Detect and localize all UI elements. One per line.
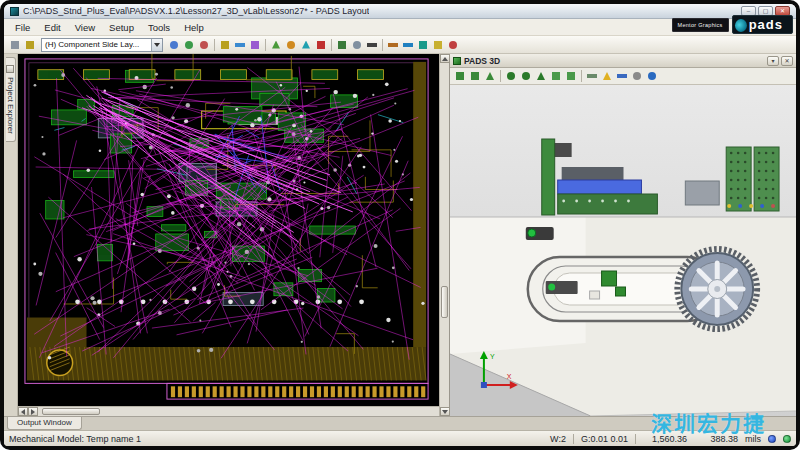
arrow-down-icon <box>442 410 448 414</box>
rotate-icon[interactable] <box>284 38 298 52</box>
verify-design-glyph <box>449 41 457 49</box>
scroll-down-button[interactable] <box>440 407 450 416</box>
add-via-icon[interactable] <box>350 38 364 52</box>
status-separator <box>635 434 636 444</box>
3d-viewport[interactable]: Y X <box>450 85 796 416</box>
rotate-3d-icon[interactable] <box>519 69 533 83</box>
menu-help[interactable]: Help <box>177 21 211 34</box>
pads3d-close-button[interactable]: ✕ <box>781 56 793 66</box>
mentor-graphics-logo: Mentor Graphics <box>672 18 729 32</box>
status-led-blue-icon[interactable] <box>768 435 776 443</box>
zoom-out-icon[interactable] <box>197 38 211 52</box>
toolbar-icons <box>167 38 460 52</box>
output-window-tab[interactable]: Output Window <box>7 417 82 430</box>
vertical-scrollbar[interactable] <box>439 54 449 416</box>
dimension-icon[interactable] <box>386 38 400 52</box>
status-grid: G:0.01 0.01 <box>581 434 628 444</box>
save-3d-icon[interactable] <box>468 69 482 83</box>
board-view-icon[interactable] <box>218 38 232 52</box>
help-3d-icon[interactable] <box>645 69 659 83</box>
3d-view-glyph <box>419 41 427 49</box>
3d-view-icon[interactable] <box>416 38 430 52</box>
warnings-icon[interactable] <box>600 69 614 83</box>
menu-bar: File Edit View Setup Tools Help Mentor G… <box>4 19 796 36</box>
verify-design-icon[interactable] <box>446 38 460 52</box>
layer-selector[interactable]: (H) Component Side Lay... <box>41 38 163 52</box>
zoom-fit-3d-glyph <box>507 72 515 80</box>
vertical-scroll-thumb[interactable] <box>441 286 448 318</box>
3d-gray-socket <box>685 181 719 205</box>
project-explorer-tab[interactable]: Project Explorer <box>6 57 16 142</box>
horizontal-scroll-thumb[interactable] <box>42 408 100 415</box>
brand-logos: Mentor Graphics pads <box>672 15 794 34</box>
status-width: W:2 <box>550 434 566 444</box>
status-led-green-icon[interactable] <box>783 435 791 443</box>
pour-manager-icon[interactable] <box>431 38 445 52</box>
add-text-glyph <box>367 43 377 47</box>
arrow-up-icon <box>442 57 448 61</box>
selection-filter-icon[interactable] <box>8 38 22 52</box>
menu-edit[interactable]: Edit <box>37 21 67 34</box>
3d-green-block-2 <box>616 287 626 296</box>
pan-3d-icon[interactable] <box>534 69 548 83</box>
measure-icon[interactable] <box>401 38 415 52</box>
top-view-icon[interactable] <box>549 69 563 83</box>
export-3d-icon[interactable] <box>483 69 497 83</box>
pads3d-menu-button[interactable]: ▾ <box>767 56 779 66</box>
pads-swoosh-icon <box>735 19 747 32</box>
measure-3d-icon[interactable] <box>615 69 629 83</box>
scroll-up-button[interactable] <box>440 54 450 63</box>
pads3d-view[interactable]: Y X <box>450 85 796 416</box>
axis-x-label: X <box>507 373 512 380</box>
move-icon[interactable] <box>269 38 283 52</box>
menu-file[interactable]: File <box>8 21 37 34</box>
add-component-icon[interactable] <box>335 38 349 52</box>
layer-color-icon[interactable] <box>23 38 37 52</box>
settings-3d-icon[interactable] <box>630 69 644 83</box>
add-component-glyph <box>338 41 346 49</box>
3d-connector-row <box>562 167 624 180</box>
bottom-view-icon[interactable] <box>564 69 578 83</box>
layer-selector-value: (H) Component Side Lay... <box>45 40 139 49</box>
zoom-in-icon[interactable] <box>182 38 196 52</box>
measure-glyph <box>403 43 413 47</box>
pads-layout-window: C:\PADS_Stnd_Plus_Eval\PADSVX.1.2\Lesson… <box>4 4 796 446</box>
redraw-icon[interactable] <box>167 38 181 52</box>
toolbar-separator <box>382 39 383 51</box>
warnings-glyph <box>603 72 611 80</box>
toolbar-separator <box>581 70 582 82</box>
pcb-layout-view[interactable] <box>18 54 439 406</box>
scroll-right-button[interactable] <box>28 407 38 416</box>
project-explorer-label: Project Explorer <box>6 77 15 134</box>
design-rules-glyph <box>251 41 259 49</box>
toolbar-separator <box>265 39 266 51</box>
route-mode-icon[interactable] <box>233 38 247 52</box>
measure-3d-glyph <box>617 74 627 78</box>
pcb-canvas[interactable] <box>18 54 439 406</box>
settings-3d-glyph <box>633 72 641 80</box>
menu-view[interactable]: View <box>68 21 102 34</box>
save-3d-glyph <box>471 72 479 80</box>
flip-icon[interactable] <box>299 38 313 52</box>
scroll-left-button[interactable] <box>18 407 28 416</box>
project-explorer-icon <box>6 65 14 73</box>
zoom-fit-3d-icon[interactable] <box>504 69 518 83</box>
pads3d-cube-icon <box>453 57 461 65</box>
export-3d-glyph <box>486 72 494 80</box>
layer-selector-dropdown-button[interactable] <box>151 39 162 51</box>
add-text-icon[interactable] <box>365 38 379 52</box>
bottom-view-glyph <box>567 72 575 80</box>
delete-icon[interactable] <box>314 38 328 52</box>
pads3d-title-bar[interactable]: PADS 3D ▾ ✕ <box>450 54 796 68</box>
menu-tools[interactable]: Tools <box>141 21 177 34</box>
horizontal-scrollbar[interactable] <box>18 406 439 416</box>
arrow-left-icon <box>21 409 25 415</box>
selection-filter-glyph <box>11 41 19 49</box>
help-3d-glyph <box>648 72 656 80</box>
rotate-3d-glyph <box>522 72 530 80</box>
board-thickness-icon[interactable] <box>585 69 599 83</box>
menu-setup[interactable]: Setup <box>102 21 141 34</box>
open-3d-icon[interactable] <box>453 69 467 83</box>
design-rules-icon[interactable] <box>248 38 262 52</box>
3d-blue-connector <box>558 180 642 194</box>
